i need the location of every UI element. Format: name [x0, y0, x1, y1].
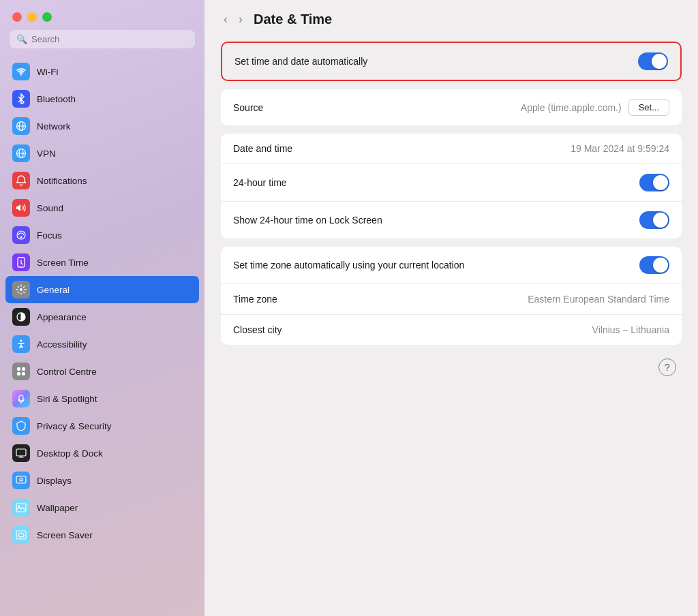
svg-rect-18 [16, 504, 26, 512]
sidebar-item-privacy[interactable]: Privacy & Security [5, 412, 199, 440]
search-box[interactable]: 🔍 [10, 30, 195, 48]
timezone-row-label: Time zone [233, 294, 277, 305]
time-card: Date and time19 Mar 2024 at 9:59:2424-ho… [221, 134, 682, 238]
maximize-button[interactable] [42, 12, 52, 22]
closest-city-row-label: Closest city [233, 324, 282, 335]
auto-timezone-row-toggle[interactable] [639, 256, 669, 274]
set-auto-toggle-knob [652, 54, 667, 69]
privacy-icon [12, 417, 30, 435]
vpn-icon [12, 144, 30, 162]
set-auto-label: Set time and date automatically [234, 56, 367, 67]
sidebar-item-wallpaper[interactable]: Wallpaper [5, 494, 199, 521]
svg-rect-11 [17, 367, 20, 371]
accessibility-icon [12, 335, 30, 353]
auto-timezone-row: Set time zone automatically using your c… [221, 247, 682, 284]
sidebar-item-label-controlcentre: Control Centre [37, 367, 97, 377]
sidebar-item-accessibility[interactable]: Accessibility [5, 330, 199, 358]
sidebar-item-label-accessibility: Accessibility [37, 339, 87, 350]
screentime-icon [12, 253, 30, 271]
set-auto: Set time and date automatically [222, 43, 680, 80]
closest-city-row-value: Vilnius – Lithuania [592, 324, 669, 335]
sidebar-item-label-wifi: Wi-Fi [37, 67, 58, 77]
sidebar-item-label-wallpaper: Wallpaper [37, 503, 78, 513]
sidebar: 🔍 Wi-FiBluetoothNetworkVPNNotificationsS… [0, 0, 204, 616]
sidebar-item-siri[interactable]: Siri & Spotlight [5, 385, 199, 412]
sidebar-item-label-network: Network [37, 121, 71, 132]
lockscreen-row: Show 24-hour time on Lock Screen [221, 202, 682, 238]
sidebar-item-label-general: General [37, 285, 70, 295]
set-auto-toggle[interactable] [638, 52, 668, 70]
wifi-icon [12, 63, 30, 80]
date-time-row-value: 19 Mar 2024 at 9:59:24 [571, 143, 669, 154]
sidebar-item-displays[interactable]: Displays [5, 467, 199, 494]
traffic-lights [0, 0, 204, 30]
svg-point-6 [20, 236, 22, 238]
content-area: Set time and date automaticallySourceApp… [204, 36, 698, 616]
sidebar-item-label-notifications: Notifications [37, 176, 87, 186]
back-button[interactable]: ‹ [221, 11, 230, 28]
help-area: ? [221, 353, 682, 376]
svg-rect-14 [22, 372, 25, 375]
sidebar-item-label-screentime: Screen Time [37, 258, 89, 268]
sidebar-list: Wi-FiBluetoothNetworkVPNNotificationsSou… [0, 55, 204, 616]
sidebar-item-label-displays: Displays [37, 476, 72, 486]
sidebar-item-label-bluetooth: Bluetooth [37, 94, 76, 104]
set-auto-right [638, 52, 668, 70]
sidebar-item-vpn[interactable]: VPN [5, 140, 199, 167]
source-row-value: Apple (time.apple.com.) [521, 102, 622, 113]
svg-rect-12 [22, 367, 25, 371]
sidebar-item-screentime[interactable]: Screen Time [5, 249, 199, 276]
search-icon: 🔍 [16, 34, 27, 44]
closest-city-row-right: Vilnius – Lithuania [592, 324, 669, 335]
svg-point-17 [20, 478, 22, 481]
sidebar-item-sound[interactable]: Sound [5, 194, 199, 221]
forward-button[interactable]: › [236, 11, 245, 28]
lockscreen-row-toggle[interactable] [639, 211, 669, 229]
sidebar-item-label-privacy: Privacy & Security [37, 421, 112, 431]
close-button[interactable] [12, 12, 22, 22]
svg-point-10 [20, 340, 22, 342]
sidebar-item-label-siri: Siri & Spotlight [37, 394, 97, 404]
sidebar-item-controlcentre[interactable]: Control Centre [5, 358, 199, 385]
sidebar-item-network[interactable]: Network [5, 112, 199, 140]
sidebar-item-label-vpn: VPN [37, 149, 56, 159]
svg-rect-20 [16, 531, 26, 539]
sidebar-item-screensaver[interactable]: Screen Saver [5, 521, 199, 549]
minimize-button[interactable] [27, 12, 37, 22]
svg-rect-15 [16, 449, 26, 456]
24hour-row-toggle[interactable] [639, 174, 669, 191]
source-row-label: Source [233, 102, 263, 113]
sidebar-item-wifi[interactable]: Wi-Fi [5, 58, 199, 85]
sidebar-item-notifications[interactable]: Notifications [5, 167, 199, 194]
closest-city-row: Closest cityVilnius – Lithuania [221, 315, 682, 345]
sidebar-item-label-appearance: Appearance [37, 312, 87, 322]
date-time-row-label: Date and time [233, 143, 292, 154]
focus-icon [12, 226, 30, 244]
sidebar-item-label-desktop: Desktop & Dock [37, 448, 103, 459]
svg-rect-13 [17, 372, 20, 375]
sidebar-item-label-focus: Focus [37, 230, 62, 241]
svg-point-8 [20, 288, 22, 291]
auto-timezone-row-right [639, 256, 669, 274]
search-input[interactable] [31, 34, 188, 44]
sidebar-item-general[interactable]: General [5, 276, 199, 303]
sidebar-item-bluetooth[interactable]: Bluetooth [5, 85, 199, 112]
sidebar-item-appearance[interactable]: Appearance [5, 303, 199, 330]
24hour-row-right [639, 174, 669, 191]
source-row: SourceApple (time.apple.com.)Set... [221, 89, 682, 125]
source-card: SourceApple (time.apple.com.)Set... [221, 89, 682, 125]
24hour-row: 24-hour time [221, 164, 682, 202]
wallpaper-icon [12, 499, 30, 517]
title-bar: ‹ › Date & Time [204, 0, 698, 36]
lockscreen-row-right [639, 211, 669, 229]
source-row-button[interactable]: Set... [628, 99, 669, 116]
timezone-card: Set time zone automatically using your c… [221, 247, 682, 345]
source-row-right: Apple (time.apple.com.)Set... [521, 99, 669, 116]
sidebar-item-desktop[interactable]: Desktop & Dock [5, 440, 199, 467]
displays-icon [12, 472, 30, 489]
sidebar-item-label-sound: Sound [37, 203, 63, 213]
24hour-row-toggle-knob [653, 175, 668, 190]
help-button[interactable]: ? [658, 358, 676, 376]
lockscreen-row-toggle-knob [653, 213, 668, 228]
sidebar-item-focus[interactable]: Focus [5, 221, 199, 249]
